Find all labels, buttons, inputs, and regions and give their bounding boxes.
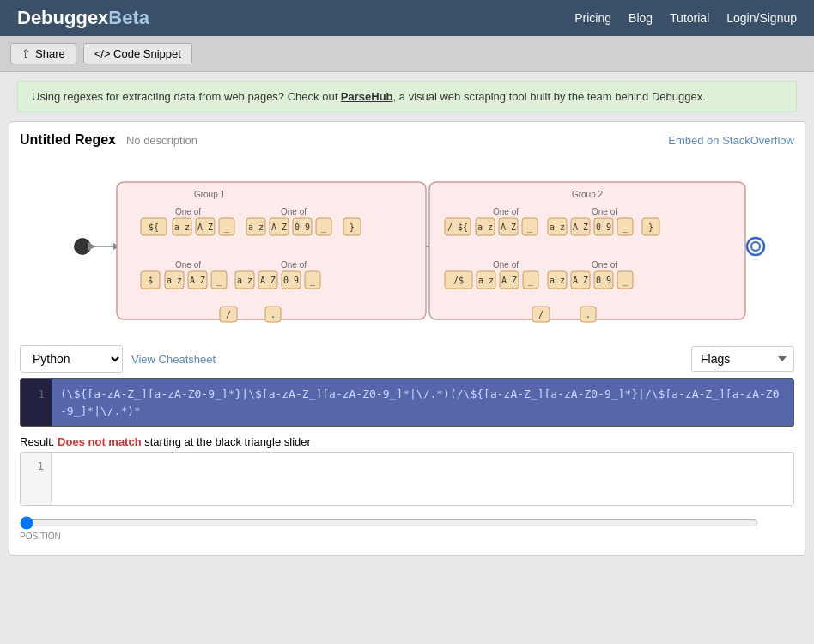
result-input[interactable]: [52, 453, 793, 505]
result-status: Does not match: [58, 435, 142, 448]
result-line-number: 1: [21, 453, 52, 505]
g1-top-oneof-label: One of: [175, 207, 201, 216]
g1-09-text1: 0 9: [295, 222, 310, 232]
g1-underscore-text3: _: [216, 276, 222, 286]
toolbar: ⇧ Share </> Code Snippet: [0, 36, 814, 72]
result-status-suffix: starting at the black triangle slider: [144, 435, 311, 448]
regex-section: Untitled Regex No description Embed on S…: [9, 121, 805, 556]
share-icon: ⇧: [21, 47, 31, 60]
regex-code-inner: 1 (\${[a-zA-Z_][a-zA-Z0-9_]*}|\$[a-zA-Z_…: [21, 379, 793, 426]
g2-az-text1: a z: [477, 222, 493, 232]
language-select[interactable]: Python: [20, 345, 123, 373]
logo: DebuggexBeta: [17, 7, 149, 29]
group1-box: [117, 182, 426, 319]
nav-pricing[interactable]: Pricing: [574, 11, 611, 25]
logo-beta: Beta: [108, 7, 149, 28]
g1-underscore-text1: _: [224, 222, 230, 233]
regex-title: Untitled Regex: [20, 132, 116, 147]
cheatsheet-link[interactable]: View Cheatsheet: [131, 353, 216, 366]
g2-AZ-text4: A Z: [573, 276, 588, 285]
regex-diagram: Group 1 One of ${ a z A Z _ One of: [20, 156, 794, 337]
header: DebuggexBeta Pricing Blog Tutorial Login…: [0, 0, 814, 36]
g2-underscore-text1: _: [527, 222, 533, 233]
main-content: Using regexes for extracting data from w…: [9, 81, 805, 556]
result-label: Result: Does not match starting at the b…: [20, 435, 794, 448]
g1-az-text3: a z: [167, 276, 182, 285]
result-input-area: 1: [20, 452, 794, 506]
g2-09-text2: 0 9: [596, 276, 611, 285]
share-button[interactable]: ⇧ Share: [10, 43, 76, 64]
position-slider-container: [20, 516, 794, 530]
code-snippet-label: </> Code Snippet: [94, 47, 181, 60]
start-arrow-tri: [88, 242, 96, 251]
g1-az-text1: a z: [174, 222, 190, 232]
line-numbers: 1: [21, 379, 52, 426]
g2-AZ-text3: A Z: [501, 276, 517, 285]
g2-dot-text: .: [586, 310, 591, 319]
g1-slash-text: /: [226, 310, 231, 319]
flags-select[interactable]: Flags: [691, 346, 794, 372]
g2-underscore-text2: _: [623, 222, 629, 233]
g1-dollar-text: $: [148, 276, 153, 285]
g1-bot-oneof-label: One of: [175, 260, 201, 270]
g1-AZ-text1: A Z: [197, 222, 213, 232]
g1-dot-text: .: [270, 310, 276, 319]
nav-blog[interactable]: Blog: [629, 11, 653, 25]
g2-top-oneof1-label: One of: [493, 207, 519, 216]
g1-dollar-brace-text: ${: [149, 222, 159, 232]
code-content[interactable]: (\${[a-zA-Z_][a-zA-Z0-9_]*}|\$[a-zA-Z_][…: [52, 379, 793, 426]
g2-slash-text: /: [538, 310, 544, 319]
nav-login[interactable]: Login/Signup: [726, 11, 797, 25]
g1-top-oneof2-label: One of: [281, 207, 307, 216]
end-dot-inner: [751, 242, 760, 251]
diagram-svg: Group 1 One of ${ a z A Z _ One of: [20, 156, 794, 337]
nav-tutorial[interactable]: Tutorial: [670, 11, 709, 25]
g2-bot-oneof1-label: One of: [493, 260, 519, 270]
g2-slashdollar-text2: /$: [453, 276, 464, 285]
g1-close-brace-text: }: [349, 222, 355, 232]
g1-az-text4: a z: [237, 276, 252, 285]
position-section: POSITION: [20, 513, 794, 544]
regex-code-section: 1 (\${[a-zA-Z_][a-zA-Z0-9_]*}|\$[a-zA-Z_…: [20, 378, 794, 427]
g1-AZ-text3: A Z: [190, 276, 205, 285]
g2-top-oneof2-label: One of: [592, 207, 617, 216]
banner: Using regexes for extracting data from w…: [17, 81, 797, 112]
banner-text-before: Using regexes for extracting data from w…: [32, 90, 341, 103]
g2-underscore-text4: _: [623, 276, 629, 286]
position-slider[interactable]: [20, 516, 758, 530]
g1-underscore-text4: _: [310, 276, 316, 286]
g1-underscore-text2: _: [321, 222, 327, 233]
result-label-text: Result:: [20, 435, 54, 448]
g1-09-text2: 0 9: [283, 276, 299, 285]
parsehub-link[interactable]: ParseHub: [341, 90, 393, 103]
group1-label: Group 1: [194, 190, 226, 199]
g1-AZ-text4: A Z: [260, 276, 276, 285]
g1-bot-oneof2-label: One of: [281, 260, 307, 270]
result-section: Result: Does not match starting at the b…: [20, 435, 794, 506]
header-nav: Pricing Blog Tutorial Login/Signup: [574, 11, 797, 25]
banner-text-after: , a visual web scraping tool built by th…: [393, 90, 706, 103]
g2-09-text1: 0 9: [596, 222, 611, 232]
g1-az-text2: a z: [248, 222, 264, 232]
group2-label: Group 2: [572, 190, 604, 199]
g2-az-text2: a z: [550, 222, 565, 232]
share-label: Share: [35, 47, 65, 60]
g2-az-text3: a z: [478, 276, 494, 285]
g2-AZ-text2: A Z: [573, 222, 588, 232]
g2-bot-oneof2-label: One of: [592, 260, 617, 270]
regex-title-bar: Untitled Regex No description Embed on S…: [20, 132, 794, 148]
g2-underscore-text3: _: [528, 276, 534, 286]
controls-row: Python View Cheatsheet Flags: [20, 345, 794, 373]
line-number-1: 1: [27, 386, 45, 403]
group2-box: [429, 182, 745, 319]
embed-link[interactable]: Embed on StackOverflow: [668, 134, 794, 147]
regex-title-group: Untitled Regex No description: [20, 132, 197, 148]
g2-az-text4: a z: [550, 276, 565, 285]
position-label: POSITION: [20, 532, 61, 541]
g2-closebrace-text: }: [648, 222, 653, 232]
g2-AZ-text1: A Z: [501, 222, 516, 232]
code-snippet-button[interactable]: </> Code Snippet: [83, 43, 192, 64]
g2-slashdollar-text: / ${: [447, 222, 468, 232]
regex-description: No description: [126, 134, 197, 147]
g1-AZ-text2: A Z: [271, 222, 287, 232]
